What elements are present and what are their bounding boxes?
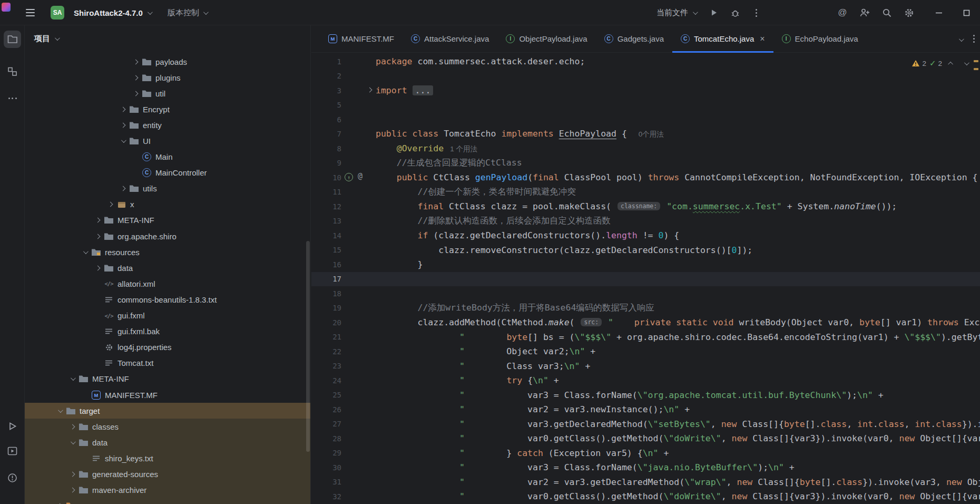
code-line-27[interactable]: 27 " var3.getDeclaredMethod(\"setBytes\"… <box>311 417 980 432</box>
gutter[interactable] <box>341 127 376 142</box>
gutter[interactable] <box>341 460 376 475</box>
toolwindow-button-problems[interactable] <box>4 469 21 487</box>
chevron-down-icon[interactable] <box>54 409 65 413</box>
tree-item-MainController[interactable]: CMainController <box>25 165 310 181</box>
code-line-9[interactable]: 9 //生成包含回显逻辑的CtClass <box>311 156 980 171</box>
tree-item-classes[interactable]: classes <box>25 419 310 434</box>
chevron-down-icon[interactable] <box>80 250 90 254</box>
overrides-method-gutter-icon[interactable]: ↑ <box>345 173 353 181</box>
line-number[interactable]: 16 <box>311 260 341 269</box>
tree-item-org.apache.shiro[interactable]: org.apache.shiro <box>25 228 310 244</box>
line-number[interactable]: 23 <box>311 362 341 370</box>
close-icon[interactable]: × <box>760 35 765 43</box>
line-number[interactable]: 6 <box>311 115 341 124</box>
line-number[interactable]: 22 <box>311 347 341 356</box>
tree-item-entity[interactable]: entity <box>25 117 310 133</box>
line-number[interactable]: 30 <box>311 463 341 472</box>
chevron-right-icon[interactable] <box>117 123 128 127</box>
tree-item-gui.fxml[interactable]: </>gui.fxml <box>25 308 310 324</box>
tab-EchoPayload.java[interactable]: IEchoPayload.java <box>773 25 867 52</box>
line-number[interactable]: 18 <box>311 289 341 298</box>
chevron-right-icon[interactable] <box>130 76 141 80</box>
gutter[interactable] <box>341 446 376 461</box>
gutter[interactable] <box>341 54 376 69</box>
code-line-31[interactable]: 31 " var2 = var3.getDeclaredMethod(\"wra… <box>311 475 980 490</box>
line-number[interactable]: 3 <box>311 86 341 95</box>
toolwindow-button-structure[interactable] <box>4 63 21 80</box>
chevron-right-icon[interactable] <box>67 488 77 492</box>
gutter[interactable] <box>341 69 376 84</box>
minimize-button[interactable] <box>925 0 953 25</box>
chevron-right-icon[interactable] <box>117 108 128 111</box>
tree-item-maven-archiver[interactable]: maven-archiver <box>25 482 310 498</box>
line-number[interactable]: 26 <box>311 405 341 414</box>
search-everywhere-button[interactable] <box>878 4 896 22</box>
toolwindow-button-project[interactable] <box>4 31 21 48</box>
code-line-26[interactable]: 26 " var2 = var3.newInstance();\n" + <box>311 402 980 417</box>
tree-item-commons-beanutils-1.8.3.txt[interactable]: commons-beanutils-1.8.3.txt <box>25 292 310 307</box>
tree-item-folder[interactable] <box>25 498 310 504</box>
toolwindow-button-more[interactable] <box>4 90 21 107</box>
tree-item-data[interactable]: data <box>25 434 310 450</box>
code-line-5[interactable]: 5 <box>311 98 980 113</box>
line-number[interactable]: 25 <box>311 391 341 399</box>
tree-item-payloads[interactable]: payloads <box>25 54 310 70</box>
line-number[interactable]: 10 <box>311 173 341 182</box>
line-number[interactable]: 11 <box>311 188 341 196</box>
chevron-down-icon[interactable] <box>117 139 128 143</box>
gutter[interactable] <box>341 286 376 301</box>
code-line-28[interactable]: 28 " var0.getClass().getMethod(\"doWrite… <box>311 431 980 446</box>
tree-item-allatori.xml[interactable]: </>allatori.xml <box>25 276 310 292</box>
run-button[interactable] <box>705 4 723 22</box>
gutter[interactable] <box>341 475 376 490</box>
tree-item-META-INF[interactable]: META-INF <box>25 212 310 228</box>
gutter[interactable] <box>341 214 376 229</box>
vcs-widget[interactable]: 版本控制 <box>162 4 212 22</box>
run-config-selector[interactable]: 当前文件 <box>651 5 702 21</box>
tree-item-UI[interactable]: UI <box>25 133 310 149</box>
tree-item-utils[interactable]: utils <box>25 181 310 197</box>
tree-item-Main[interactable]: CMain <box>25 149 310 165</box>
gutter[interactable] <box>341 417 376 432</box>
tree-item-Tomcat.txt[interactable]: Tomcat.txt <box>25 355 310 371</box>
code-line-16[interactable]: 16 } <box>311 257 980 272</box>
tab-Gadgets.java[interactable]: CGadgets.java <box>596 25 672 52</box>
warnings-indicator[interactable]: 2 <box>912 60 926 67</box>
gutter[interactable] <box>341 272 376 287</box>
gutter[interactable] <box>341 156 376 171</box>
toolwindow-button-services[interactable] <box>4 442 21 460</box>
tree-item-Encrypt[interactable]: Encrypt <box>25 101 310 117</box>
tree-item-x[interactable]: x <box>25 197 310 212</box>
previous-problem-button[interactable] <box>945 58 957 69</box>
fold-chevron-icon[interactable] <box>367 88 373 93</box>
line-number[interactable]: 8 <box>311 144 341 153</box>
chevron-right-icon[interactable] <box>130 60 141 64</box>
code-line-2[interactable]: 2 <box>311 69 980 84</box>
chevron-right-icon[interactable] <box>67 472 77 476</box>
more-run-actions-button[interactable] <box>747 4 765 22</box>
line-number[interactable]: 29 <box>311 449 341 457</box>
gutter[interactable] <box>341 431 376 446</box>
gutter[interactable] <box>341 388 376 403</box>
code-line-23[interactable]: 23 " Class var3;\n" + <box>311 359 980 374</box>
chevron-down-icon[interactable] <box>67 377 77 381</box>
code-line-19[interactable]: 19 //添加writeBody方法，用于将Base64编码的数据写入响应 <box>311 301 980 316</box>
gutter[interactable] <box>341 330 376 345</box>
code-line-13[interactable]: 13 //删除默认构造函数，后续会添加自定义构造函数 <box>311 214 980 229</box>
line-number[interactable]: 9 <box>311 159 341 167</box>
toolwindow-button-run[interactable] <box>4 418 21 435</box>
line-number[interactable]: 31 <box>311 478 341 486</box>
chevron-right-icon[interactable] <box>117 187 128 190</box>
gutter[interactable] <box>341 141 376 156</box>
code-line-32[interactable]: 32 " var0.getClass().getMethod(\"doWrite… <box>311 489 980 504</box>
next-problem-button[interactable] <box>960 58 972 69</box>
gutter[interactable] <box>341 402 376 417</box>
line-number[interactable]: 24 <box>311 376 341 385</box>
tree-item-data[interactable]: data <box>25 260 310 276</box>
main-menu-button[interactable] <box>21 4 39 22</box>
tree-item-MANIFEST.MF[interactable]: MMANIFEST.MF <box>25 387 310 403</box>
gutter[interactable] <box>341 373 376 388</box>
annotation-gutter-icon[interactable]: @ <box>358 171 362 181</box>
tab-options-button[interactable] <box>973 35 975 43</box>
line-number[interactable]: 19 <box>311 304 341 312</box>
